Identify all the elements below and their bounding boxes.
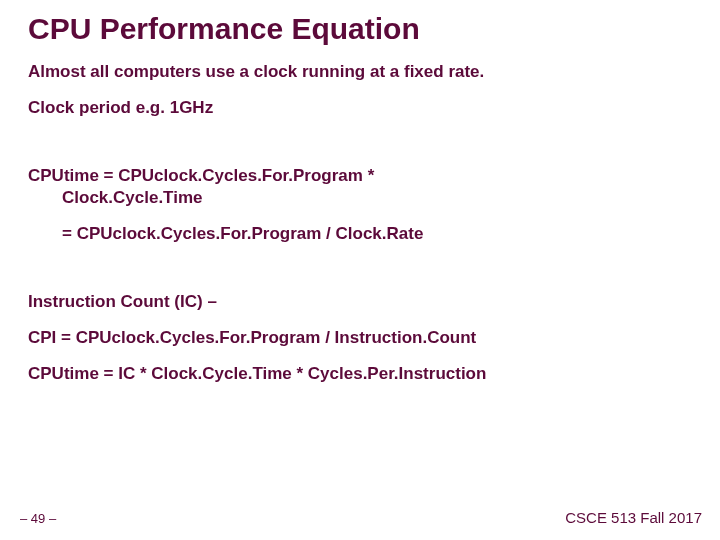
text-cputime-eq1-a: CPUtime = CPUclock.Cycles.For.Program * <box>28 166 374 185</box>
slide-title: CPU Performance Equation <box>28 12 692 47</box>
text-cputime-eq3: CPUtime = IC * Clock.Cycle.Time * Cycles… <box>28 363 692 385</box>
text-clock-period: Clock period e.g. 1GHz <box>28 97 692 119</box>
text-cpi: CPI = CPUclock.Cycles.For.Program / Inst… <box>28 327 692 349</box>
text-cputime-eq2: = CPUclock.Cycles.For.Program / Clock.Ra… <box>28 223 692 245</box>
footer-course: CSCE 513 Fall 2017 <box>565 509 702 526</box>
text-cputime-eq1: CPUtime = CPUclock.Cycles.For.Program * … <box>28 165 692 209</box>
text-cputime-eq1-b: Clock.Cycle.Time <box>28 188 202 207</box>
slide-body: Almost all computers use a clock running… <box>28 61 692 386</box>
footer-page-number: – 49 – <box>20 511 56 526</box>
text-intro: Almost all computers use a clock running… <box>28 61 692 83</box>
text-ic: Instruction Count (IC) – <box>28 291 692 313</box>
slide: CPU Performance Equation Almost all comp… <box>0 0 720 540</box>
